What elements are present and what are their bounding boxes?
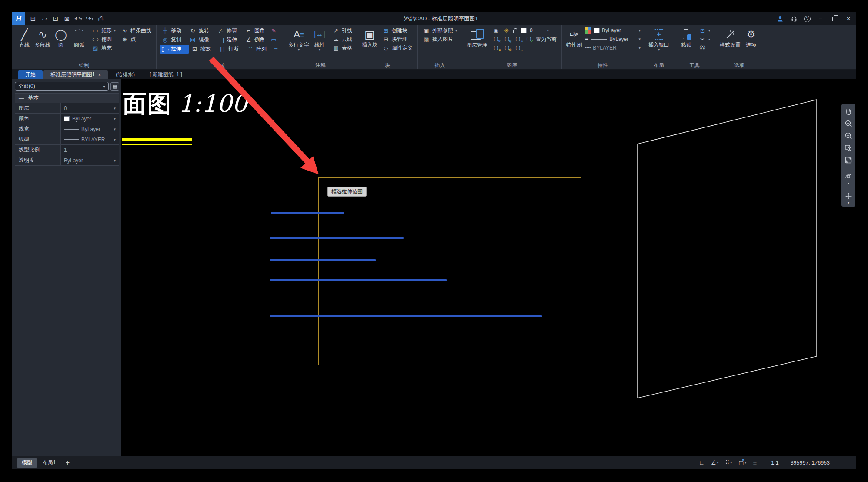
extend-button[interactable]: —|延伸 — [215, 36, 243, 44]
eye-icon[interactable]: ◉ — [492, 27, 500, 34]
layer-isolate-icon[interactable]: ▢● — [492, 44, 500, 51]
block-manager-button[interactable]: ⊟块管理 — [381, 35, 414, 44]
match-properties-button[interactable]: ✑特性刷 — [565, 26, 583, 49]
account-button[interactable] — [776, 15, 784, 23]
chamfer-button[interactable]: ∠倒角 — [243, 36, 268, 44]
table-button[interactable]: ▦表格 — [331, 44, 354, 52]
move-button[interactable]: ┼移动 — [160, 27, 187, 35]
support-button[interactable] — [790, 15, 798, 23]
grid-toggle[interactable]: ⠿▾ — [725, 459, 732, 466]
polyline-button[interactable]: ∿多段线 — [33, 26, 52, 49]
fillet-button[interactable]: ⌐圆角 — [243, 27, 268, 35]
blue-drawn-line[interactable] — [270, 237, 404, 239]
arc-button[interactable]: ⌒圆弧 — [70, 26, 88, 49]
paste-button[interactable]: 粘贴 — [677, 26, 695, 49]
point-button[interactable]: ⊕点 — [119, 35, 153, 44]
spline-button[interactable]: ∿样条曲线 — [119, 26, 153, 35]
text-tool-button[interactable]: Ⓐ — [697, 44, 712, 52]
tab-active-drawing[interactable]: 标准层照明平面图1× — [43, 70, 108, 79]
stretch-button[interactable]: ▯→拉伸 — [160, 45, 189, 54]
scale-button[interactable]: ⊡缩放 — [189, 45, 217, 54]
xref-button[interactable]: ▣外部参照▾ — [421, 26, 459, 35]
insert-block-button[interactable]: ▣插入块 — [361, 26, 379, 49]
zoom-out-button[interactable] — [843, 130, 854, 141]
parallelogram[interactable] — [638, 100, 817, 398]
save-as-button[interactable]: ⊠ — [62, 13, 72, 24]
layer-lock-icon[interactable]: ▢• — [514, 36, 522, 43]
mirror-button[interactable]: ⋈镜像 — [187, 36, 215, 44]
zoom-window-button[interactable] — [843, 142, 854, 154]
blue-drawn-line[interactable] — [271, 212, 344, 214]
selection-rectangle[interactable] — [318, 177, 581, 365]
app-logo[interactable]: H — [12, 12, 25, 25]
zoom-extents-button[interactable] — [843, 154, 854, 166]
circle-button[interactable]: ◯圆 — [52, 26, 70, 49]
line-button[interactable]: ╱直线 — [15, 26, 33, 49]
close-tab-icon[interactable]: × — [98, 72, 101, 77]
ltscale-value-field[interactable]: 1 — [60, 145, 119, 155]
polar-toggle[interactable]: ∠▾ — [711, 459, 719, 466]
add-layout-button[interactable]: + — [66, 459, 70, 467]
layer-value-dropdown[interactable]: 0▾ — [60, 103, 119, 113]
osnap-toggle[interactable]: ▢▾ — [738, 459, 746, 466]
region-button[interactable]: ▭ — [268, 36, 279, 44]
sun-icon[interactable]: ☀ — [503, 27, 510, 34]
section-basic[interactable]: —基本 — [15, 93, 119, 103]
ortho-toggle[interactable]: ∟ — [699, 459, 704, 466]
undo-button[interactable]: ↶▾ — [73, 13, 83, 24]
transparency-value-dropdown[interactable]: ByLayer▾ — [60, 155, 119, 165]
copy-button[interactable]: ◎复制 — [160, 36, 187, 44]
selection-filter-dropdown[interactable]: 全部(0)▾ — [15, 82, 109, 91]
drawing-canvas[interactable]: 面图1:100 框选拉伸范围 — [122, 79, 856, 456]
minimize-button[interactable]: − — [817, 15, 825, 23]
new-file-button[interactable]: ⊞ — [28, 13, 38, 24]
layer-freeze-icon[interactable]: ▢❄ — [503, 36, 511, 43]
layer-off-icon[interactable]: ▢✕ — [492, 36, 500, 43]
edit-pen-button[interactable]: ✎ — [268, 27, 279, 35]
blue-drawn-line[interactable] — [270, 259, 376, 261]
rectangle-button[interactable]: ▭矩形▾ — [90, 26, 117, 35]
lock-icon[interactable] — [513, 30, 517, 33]
linetype-value-dropdown[interactable]: BYLAYER▾ — [60, 134, 119, 144]
layer-on-icon[interactable]: ▢✓ — [525, 36, 533, 43]
revcloud-button[interactable]: ☁云线 — [331, 35, 354, 44]
chevron-down-icon[interactable]: ▾ — [547, 29, 549, 33]
quick-select-button[interactable]: ▤ — [110, 82, 119, 91]
linetype-dropdown[interactable]: ╍╍BYLAYER▾ — [585, 44, 641, 52]
copy-clip-button[interactable]: ⊡▾ — [697, 26, 712, 35]
yellow-line[interactable] — [122, 138, 192, 141]
orbit-button[interactable] — [843, 171, 854, 182]
save-button[interactable]: ⊡ — [50, 13, 61, 24]
zoom-in-button[interactable] — [843, 118, 854, 129]
set-current-button[interactable]: 置为当前 — [536, 36, 557, 43]
layer-thaw-icon[interactable]: ▢❄ — [503, 44, 511, 51]
linear-dim-button[interactable]: |↔|线性▾ — [310, 26, 329, 53]
tab-new-sheet[interactable]: [ 新建图纸_1 ] — [143, 70, 189, 79]
group-button[interactable]: ▱ — [270, 45, 280, 54]
print-button[interactable]: ⎙ — [96, 13, 106, 24]
cut-clip-button[interactable]: ✂▾ — [697, 35, 712, 44]
ellipse-button[interactable]: ◯椭圆 — [90, 35, 117, 44]
insert-image-button[interactable]: ▧插入图片 — [421, 35, 459, 44]
redo-button[interactable]: ↷▾ — [84, 13, 95, 24]
color-dropdown[interactable]: ByLayer▾ — [585, 26, 641, 35]
chevron-down-icon[interactable]: ▾ — [848, 201, 849, 205]
tab-start[interactable]: 开始 — [18, 70, 43, 79]
options-button[interactable]: ⚙选项 — [742, 26, 760, 49]
chevron-down-icon[interactable]: ▾ — [848, 182, 849, 185]
insert-viewport-button[interactable]: +插入视口▾ — [647, 26, 671, 53]
model-tab[interactable]: 模型 — [17, 458, 37, 468]
leader-button[interactable]: ↗引线 — [331, 26, 354, 35]
zoom-ratio[interactable]: 1:1 — [771, 460, 778, 466]
lineweight-dropdown[interactable]: ≡ByLayer▾ — [585, 35, 641, 44]
open-file-button[interactable]: ▱ — [39, 13, 50, 24]
blue-drawn-line[interactable] — [270, 315, 542, 317]
ucs-button[interactable] — [843, 191, 854, 202]
trim-button[interactable]: -∕-修剪 — [215, 27, 243, 35]
hatch-button[interactable]: ▨填充 — [90, 44, 117, 52]
layout1-tab[interactable]: 布局1 — [37, 458, 61, 468]
pan-button[interactable] — [843, 106, 854, 117]
lineweight-toggle[interactable]: ≡ — [753, 459, 757, 466]
mtext-button[interactable]: A≡多行文字▾ — [287, 26, 310, 53]
yellow-line[interactable] — [122, 144, 192, 145]
